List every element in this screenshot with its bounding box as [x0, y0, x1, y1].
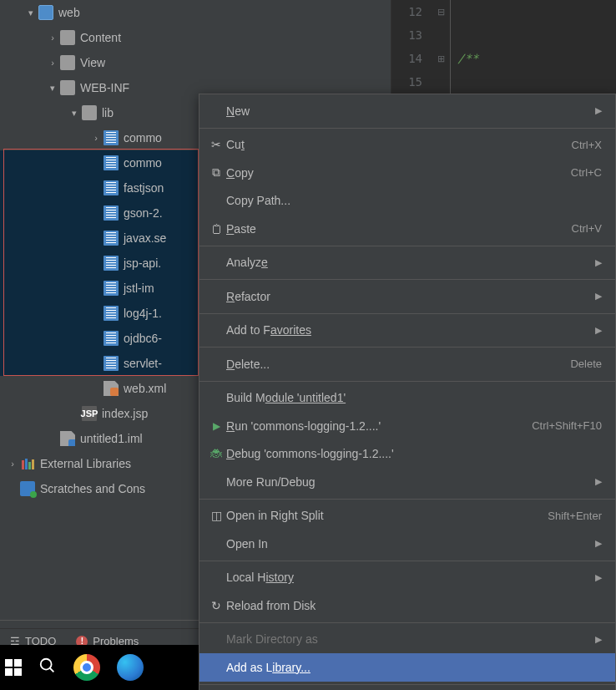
line-number: 12 [391, 0, 422, 23]
xml-file-icon [104, 381, 119, 396]
menu-separator [199, 279, 615, 280]
folder-icon [60, 30, 75, 45]
menu-cut[interactable]: ✂ Cut Ctrl+X [199, 131, 615, 160]
folder-icon [82, 105, 97, 120]
menu-add-favorites[interactable]: Add to Favorites ▶ [199, 317, 615, 345]
submenu-arrow-icon: ▶ [592, 538, 602, 549]
menu-reload-from-disk[interactable]: ↻ Reload from Disk [199, 591, 615, 620]
menu-label: Cut [226, 138, 572, 151]
menu-local-history[interactable]: Local History ▶ [199, 564, 615, 592]
search-icon[interactable] [38, 657, 57, 679]
menu-open-in[interactable]: Open In ▶ [199, 530, 615, 558]
menu-refactor[interactable]: Refactor ▶ [199, 282, 615, 311]
menu-new[interactable]: New ▶ [199, 97, 615, 125]
menu-separator [199, 684, 615, 685]
menu-separator [199, 622, 615, 623]
submenu-arrow-icon: ▶ [592, 291, 602, 302]
menu-label: Paste [226, 222, 572, 236]
menu-debug[interactable]: 🐞︎ Debug 'commons-logging-1.2....' [199, 440, 615, 469]
svg-point-4 [41, 658, 52, 669]
menu-shortcut: Shift+Enter [548, 510, 602, 522]
menu-label: Add as Library... [226, 661, 602, 674]
jar-icon [104, 331, 119, 346]
menu-add-as-library[interactable]: Add as Library... [199, 653, 615, 682]
line-number: 13 [391, 23, 422, 47]
menu-shortcut: Ctrl+Shift+F10 [532, 419, 602, 432]
start-button[interactable] [5, 659, 22, 676]
menu-label: Reload from Disk [226, 599, 602, 612]
tree-label: log4j-1. [124, 307, 162, 320]
menu-label: Copy Path... [226, 194, 602, 207]
tree-label: WEB-INF [80, 81, 129, 94]
tree-label: commo [124, 131, 162, 145]
svg-rect-2 [28, 462, 31, 469]
jar-icon [104, 356, 119, 371]
menu-label: Delete... [226, 358, 570, 371]
tree-label: index.jsp [102, 407, 148, 420]
menu-create-gist[interactable]: Create Gist... [199, 687, 615, 691]
menu-label: Refactor [226, 290, 592, 303]
line-number: 15 [391, 70, 422, 94]
chevron-down-icon: ▾ [23, 8, 38, 18]
menu-copy-path[interactable]: Copy Path... [199, 187, 615, 216]
menu-label: Copy [226, 166, 571, 180]
menu-shortcut: Ctrl+X [572, 139, 602, 151]
menu-open-right-split[interactable]: ◫ Open in Right Split Shift+Enter [199, 502, 615, 530]
chevron-right-icon: › [45, 58, 60, 68]
menu-label: Mark Directory as [226, 632, 592, 646]
jar-icon [104, 180, 119, 195]
copy-icon: ⧉ [206, 165, 226, 180]
menu-label: Build Module 'untitled1' [226, 391, 602, 404]
menu-label: New [226, 104, 592, 118]
tree-label: web.xml [124, 382, 166, 395]
menu-separator [199, 313, 615, 314]
tree-label: jstl-im [124, 282, 154, 295]
jar-icon [104, 130, 119, 145]
fold-open-icon[interactable]: ⊟ [437, 0, 450, 23]
menu-label: Debug 'commons-logging-1.2....' [226, 447, 602, 460]
tree-item-content[interactable]: › Content [0, 25, 391, 50]
tree-item-web[interactable]: ▾ web [0, 0, 391, 25]
svg-rect-3 [32, 459, 34, 469]
chrome-icon[interactable] [73, 654, 100, 681]
clipboard-icon: 📋︎ [206, 222, 226, 236]
fold-close-icon[interactable]: ⊞ [437, 47, 450, 70]
jar-icon [104, 256, 119, 271]
jar-icon [104, 155, 119, 170]
submenu-arrow-icon: ▶ [592, 476, 602, 487]
menu-shortcut: Ctrl+V [572, 222, 602, 235]
tree-label: View [80, 56, 105, 69]
menu-separator [199, 347, 615, 348]
menu-run[interactable]: ▶ Run 'commons-logging-1.2....' Ctrl+Shi… [199, 412, 615, 440]
menu-separator [199, 381, 615, 382]
menu-copy[interactable]: ⧉ Copy Ctrl+C [199, 159, 615, 187]
line-number: 14 [391, 47, 422, 70]
submenu-arrow-icon: ▶ [592, 105, 602, 116]
menu-delete[interactable]: Delete... Delete [199, 350, 615, 378]
tree-item-view[interactable]: › View [0, 50, 391, 75]
menu-build-module[interactable]: Build Module 'untitled1' [199, 384, 615, 413]
bug-icon: 🐞︎ [206, 447, 226, 460]
context-menu: New ▶ ✂ Cut Ctrl+X ⧉ Copy Ctrl+C Copy Pa… [199, 94, 616, 690]
tree-label: web [58, 6, 80, 19]
menu-paste[interactable]: 📋︎ Paste Ctrl+V [199, 215, 615, 243]
jar-icon [104, 205, 119, 221]
menu-analyze[interactable]: Analyze ▶ [199, 249, 615, 277]
tree-label: lib [102, 106, 114, 119]
chevron-right-icon: › [5, 459, 20, 469]
menu-label: Open In [226, 537, 592, 550]
tree-label: gson-2. [124, 206, 163, 220]
tree-label: fastjson [124, 181, 164, 195]
svg-line-5 [50, 667, 54, 672]
tree-label: Content [80, 31, 121, 44]
jar-icon [104, 231, 119, 246]
reload-icon: ↻ [206, 599, 226, 612]
menu-separator [199, 561, 615, 561]
submenu-arrow-icon: ▶ [592, 634, 602, 645]
menu-separator [199, 128, 615, 129]
edge-icon[interactable] [117, 654, 144, 681]
folder-icon [60, 80, 75, 95]
tree-label: untitled1.iml [80, 432, 143, 445]
menu-more-run-debug[interactable]: More Run/Debug ▶ [199, 468, 615, 496]
scratches-icon [20, 481, 35, 496]
